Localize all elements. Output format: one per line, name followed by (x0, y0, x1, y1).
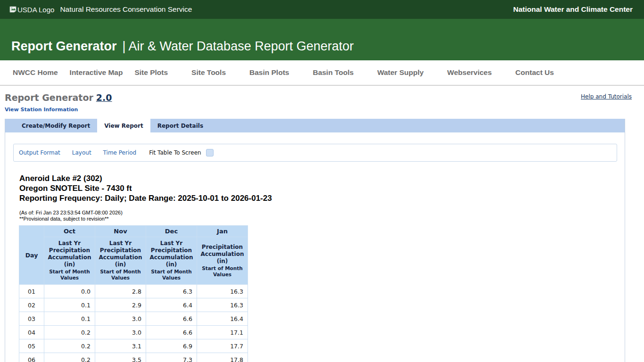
center-name: National Water and Climate Center (513, 5, 633, 14)
tab-create-modify-report[interactable]: Create/Modify Report (15, 119, 97, 132)
table-row: 06 0.2 3.5 7.3 17.8 (19, 353, 248, 362)
subheader-subtitle: Start of Month Values (199, 265, 245, 278)
table-row: 03 0.1 3.0 6.6 16.4 (19, 312, 248, 326)
output-format-link[interactable]: Output Format (19, 149, 60, 156)
agency-name: Natural Resources Conservation Service (60, 5, 192, 14)
report-timestamp-block: (As of: Fri Jan 23 23:53:54 GMT-08:00 20… (19, 210, 625, 222)
subheader-subtitle: Start of Month Values (149, 269, 194, 281)
usda-logo[interactable]: USDA Logo (9, 6, 54, 14)
subheader-nov: Last Yr Precipitation Accumulation (in) … (95, 237, 146, 285)
value-cell: 3.5 (95, 353, 146, 362)
report-panel: Create/Modify Report View Report Report … (5, 119, 625, 362)
value-cell: 3.0 (95, 312, 146, 326)
value-cell: 17.7 (197, 339, 248, 353)
value-cell: 17.8 (197, 353, 248, 362)
table-row: 01 0.0 2.8 6.3 16.3 (19, 285, 248, 298)
value-cell: 0.2 (44, 353, 95, 362)
layout-link[interactable]: Layout (72, 149, 91, 156)
nav-item-water-supply[interactable]: Water Supply (377, 68, 423, 77)
subheader-title: Last Yr Precipitation Accumulation (in) (149, 240, 194, 268)
month-header-oct: Oct (44, 226, 95, 237)
site-description: Oregon SNOTEL Site - 7430 ft (19, 183, 625, 193)
subheader-dec: Last Yr Precipitation Accumulation (in) … (146, 237, 197, 285)
month-header-nov: Nov (95, 226, 146, 237)
value-cell: 0.2 (44, 339, 95, 353)
version-link[interactable]: 2.0 (96, 92, 112, 103)
subheader-subtitle: Start of Month Values (98, 269, 143, 281)
report-options-bar: Output Format Layout Time Period Fit Tab… (13, 144, 617, 162)
table-row: 02 0.1 2.9 6.4 16.3 (19, 298, 248, 312)
banner-subtitle: | Air & Water Database Report Generator (123, 39, 354, 54)
value-cell: 16.4 (197, 312, 248, 326)
value-cell: 0.1 (44, 298, 95, 312)
banner-title: Report Generator (11, 39, 117, 54)
day-cell: 06 (19, 353, 44, 362)
table-month-header-row: Day Oct Nov Dec Jan (19, 226, 248, 237)
day-cell: 03 (19, 312, 44, 326)
tab-report-details[interactable]: Report Details (150, 119, 210, 132)
value-cell: 6.6 (146, 326, 197, 339)
usda-logo-alt-text: USDA Logo (17, 6, 54, 14)
provisional-note: **Provisional data, subject to revision*… (19, 216, 625, 222)
nav-item-webservices[interactable]: Webservices (447, 68, 492, 77)
value-cell: 16.3 (197, 298, 248, 312)
nav-item-site-plots[interactable]: Site Plots (134, 68, 168, 77)
report-title-block: Aneroid Lake #2 (302) Oregon SNOTEL Site… (19, 173, 625, 203)
value-cell: 2.8 (95, 285, 146, 298)
day-cell: 04 (19, 326, 44, 339)
page-heading-row: Report Generator2.0 Help and Tutorials (0, 86, 644, 103)
nav-item-nwcc-home[interactable]: NWCC Home (13, 68, 58, 77)
nav-item-basin-plots[interactable]: Basin Plots (249, 68, 289, 77)
value-cell: 0.0 (44, 285, 95, 298)
month-header-jan: Jan (197, 226, 248, 237)
value-cell: 6.9 (146, 339, 197, 353)
month-header-dec: Dec (146, 226, 197, 237)
value-cell: 0.1 (44, 312, 95, 326)
value-cell: 17.1 (197, 326, 248, 339)
subheader-oct: Last Yr Precipitation Accumulation (in) … (44, 237, 95, 285)
value-cell: 3.1 (95, 339, 146, 353)
app-banner: Report Generator | Air & Water Database … (0, 19, 644, 60)
table-subheader-row: Last Yr Precipitation Accumulation (in) … (19, 237, 248, 285)
day-cell: 02 (19, 298, 44, 312)
value-cell: 7.3 (146, 353, 197, 362)
table-row: 05 0.2 3.1 6.9 17.7 (19, 339, 248, 353)
fit-table-to-screen-checkbox[interactable] (206, 149, 214, 156)
value-cell: 0.2 (44, 326, 95, 339)
subheader-subtitle: Start of Month Values (47, 269, 92, 281)
subheader-title: Precipitation Accumulation (in) (199, 244, 245, 265)
main-nav: NWCC Home Interactive Map Site Plots Sit… (0, 60, 644, 86)
value-cell: 16.3 (197, 285, 248, 298)
station-name: Aneroid Lake #2 (302) (19, 173, 625, 183)
value-cell: 6.3 (146, 285, 197, 298)
nav-item-site-tools[interactable]: Site Tools (191, 68, 226, 77)
day-cell: 05 (19, 339, 44, 353)
subheader-jan: Precipitation Accumulation (in) Start of… (197, 237, 248, 285)
nav-item-contact-us[interactable]: Contact Us (515, 68, 554, 77)
day-cell: 01 (19, 285, 44, 298)
table-row: 04 0.2 3.0 6.6 17.1 (19, 326, 248, 339)
day-column-header: Day (19, 226, 44, 285)
value-cell: 6.6 (146, 312, 197, 326)
as-of-timestamp: (As of: Fri Jan 23 23:53:54 GMT-08:00 20… (19, 210, 625, 216)
help-and-tutorials-link[interactable]: Help and Tutorials (581, 93, 632, 100)
value-cell: 2.9 (95, 298, 146, 312)
report-tabs: Create/Modify Report View Report Report … (5, 119, 625, 132)
value-cell: 6.4 (146, 298, 197, 312)
broken-image-icon (9, 6, 17, 13)
tab-view-report[interactable]: View Report (97, 119, 150, 132)
view-station-information-link[interactable]: View Station Information (5, 107, 78, 113)
subheader-title: Last Yr Precipitation Accumulation (in) (98, 240, 143, 268)
precipitation-table: Day Oct Nov Dec Jan Last Yr Precipitatio… (19, 225, 248, 362)
nav-item-interactive-map[interactable]: Interactive Map (70, 68, 123, 77)
subheader-title: Last Yr Precipitation Accumulation (in) (47, 240, 92, 268)
page-title: Report Generator (5, 92, 93, 103)
report-range: Reporting Frequency: Daily; Date Range: … (19, 193, 625, 203)
top-header-bar: USDA Logo Natural Resources Conservation… (0, 0, 644, 19)
fit-table-to-screen-label: Fit Table To Screen (149, 149, 201, 156)
value-cell: 3.0 (95, 326, 146, 339)
time-period-link[interactable]: Time Period (103, 149, 137, 156)
nav-item-basin-tools[interactable]: Basin Tools (313, 68, 354, 77)
